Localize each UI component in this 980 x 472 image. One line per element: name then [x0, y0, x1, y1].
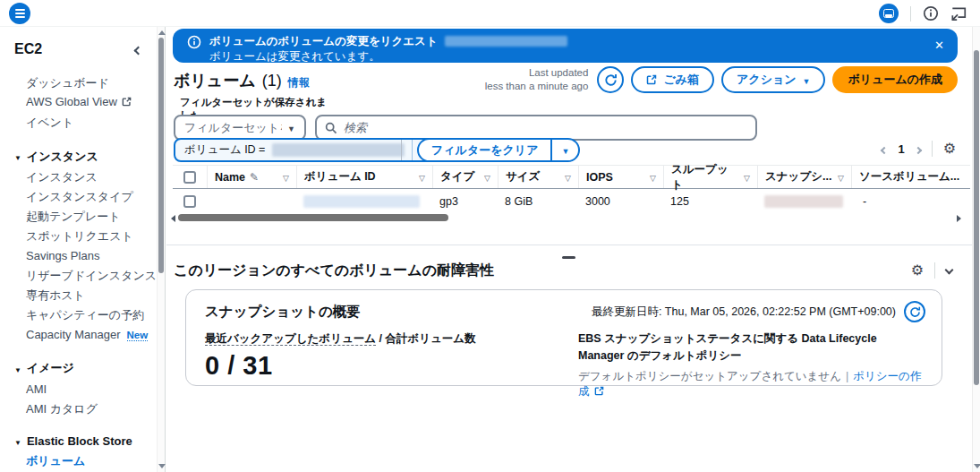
section-caret-icon	[14, 362, 21, 375]
card-refresh-button[interactable]	[904, 301, 925, 322]
search-input[interactable]	[344, 121, 747, 134]
refresh-button[interactable]	[597, 66, 624, 93]
sort-icon[interactable]	[565, 171, 571, 184]
row-checkbox[interactable]	[183, 195, 196, 208]
filter-set-select[interactable]: フィルターセットを...	[174, 115, 306, 141]
sidebar-scrollbar[interactable]	[157, 27, 165, 472]
redacted-volume-id	[303, 195, 420, 208]
sort-icon[interactable]	[419, 171, 425, 184]
actions-dropdown-button[interactable]: アクション	[721, 66, 825, 93]
scroll-up-icon[interactable]	[158, 30, 166, 35]
split-panel-resize-handle[interactable]	[562, 256, 575, 259]
sidebar-section-images[interactable]: イメージ	[14, 356, 145, 380]
sidebar-section-instances[interactable]: インスタンス	[14, 145, 145, 168]
column-header-iops[interactable]: IOPS	[578, 166, 663, 188]
sidebar-item-dashboard[interactable]: ダッシュボード	[14, 73, 158, 93]
sort-icon[interactable]	[283, 171, 289, 184]
recently-backed-up-link[interactable]: 最近バックアップしたボリューム	[205, 332, 376, 346]
filter-token-chip[interactable]: ボリューム ID =	[174, 138, 439, 162]
external-link-icon	[646, 74, 657, 85]
cell-iops: 3000	[578, 195, 663, 208]
info-icon[interactable]	[923, 5, 939, 21]
next-page-icon[interactable]	[916, 142, 921, 156]
divider	[932, 141, 933, 157]
card-title: スナップショットの概要	[205, 303, 476, 322]
close-icon[interactable]	[934, 39, 944, 52]
divider	[166, 245, 972, 245]
scroll-down-icon[interactable]	[974, 464, 980, 468]
split-panel-icon[interactable]	[879, 4, 899, 23]
sort-icon[interactable]	[650, 171, 656, 184]
column-header-size[interactable]: サイズ	[498, 166, 578, 188]
cell-snapshot	[757, 195, 851, 208]
info-link[interactable]: 情報	[288, 75, 310, 90]
sidebar-item-launch-templates[interactable]: 起動テンプレート	[14, 208, 158, 227]
external-link-icon	[594, 386, 604, 399]
refresh-icon	[604, 73, 618, 87]
sidebar-item-capacity-reservations[interactable]: キャパシティーの予約	[14, 305, 158, 325]
new-badge: New	[127, 330, 149, 341]
horizontal-scrollbar-thumb[interactable]	[178, 214, 448, 221]
sidebar-item-instances[interactable]: インスタンス	[14, 168, 158, 188]
sort-icon[interactable]	[838, 171, 844, 184]
page-scrollbar-thumb[interactable]	[974, 50, 979, 385]
scroll-left-icon[interactable]	[171, 215, 175, 222]
clear-filters-dropdown[interactable]	[550, 140, 578, 160]
sidebar-item-aws-global-view[interactable]: AWS Global View	[14, 93, 158, 114]
edit-pencil-icon[interactable]	[250, 171, 259, 184]
dlm-policy-title: EBS スナップショットステータスに関する Data Lifecycle Man…	[578, 330, 925, 365]
column-header-snapshot[interactable]: スナップシ...	[757, 166, 851, 188]
main-content: ボリュームのボリュームの変更をリクエスト ボリュームは変更されています。 ボリュ…	[166, 27, 972, 472]
column-header-volume-id[interactable]: ボリューム ID	[296, 166, 432, 188]
page-scrollbar[interactable]	[972, 27, 980, 472]
sidebar-scrollbar-thumb[interactable]	[158, 38, 164, 273]
sidebar-item-instance-types[interactable]: インスタンスタイプ	[14, 188, 158, 208]
sidebar-item-events[interactable]: イベント	[14, 114, 158, 133]
backup-ratio-value: 0 / 31	[205, 351, 476, 381]
sort-icon[interactable]	[484, 171, 490, 184]
page-number[interactable]: 1	[898, 142, 904, 156]
sidebar-item-savings-plans[interactable]: Savings Plans	[14, 247, 158, 267]
recycle-bin-button[interactable]: ごみ箱	[631, 66, 714, 93]
chevron-down-icon	[803, 73, 811, 87]
sidebar-section-elastic-block-store[interactable]: Elastic Block Store	[14, 431, 145, 451]
sidebar-item-spot-requests[interactable]: スポットリクエスト	[14, 227, 158, 247]
select-all-checkbox[interactable]	[183, 171, 196, 184]
clear-filters-button[interactable]: フィルターをクリア	[417, 138, 580, 162]
filter-chip-label: ボリューム ID =	[184, 142, 265, 158]
cell-source-volume: -	[851, 195, 970, 208]
sidebar-item-volumes[interactable]: ボリューム	[14, 451, 158, 471]
previous-page-icon[interactable]	[882, 142, 887, 156]
feedback-icon[interactable]	[950, 6, 967, 21]
page-title: ボリューム	[174, 70, 256, 91]
column-header-name[interactable]: Name	[207, 166, 296, 188]
table-settings-gear-icon[interactable]	[943, 142, 956, 156]
clear-filters-label[interactable]: フィルターをクリア	[419, 140, 550, 160]
scroll-down-icon[interactable]	[158, 464, 166, 468]
scroll-right-icon[interactable]	[957, 215, 961, 222]
column-header-type[interactable]: タイプ	[432, 166, 498, 188]
sidebar-item-capacity-manager[interactable]: Capacity ManagerNew	[14, 325, 158, 345]
panel-settings-gear-icon[interactable]	[911, 263, 924, 278]
create-volume-button[interactable]: ボリュームの作成	[832, 66, 958, 93]
sort-icon[interactable]	[744, 171, 750, 184]
table-row[interactable]: gp3 8 GiB 3000 125 -	[173, 189, 970, 213]
divider	[401, 140, 402, 160]
divider	[934, 262, 935, 279]
sidebar-item-ami[interactable]: AMI	[14, 380, 158, 399]
cell-type: gp3	[432, 195, 498, 208]
section-caret-icon	[14, 434, 21, 448]
sidebar-item-ami-catalog[interactable]: AMI カタログ	[14, 399, 158, 419]
hamburger-menu-icon[interactable]	[9, 3, 30, 24]
banner-message-line1: ボリュームのボリュームの変更をリクエスト	[209, 34, 438, 49]
panel-collapse-chevron-icon[interactable]	[946, 262, 952, 276]
column-header-throughput[interactable]: スループット	[663, 166, 757, 188]
column-header-source-volume[interactable]: ソースボリューム...	[851, 166, 970, 188]
sidebar-collapse-icon[interactable]	[133, 39, 143, 59]
sidebar-item-dedicated-hosts[interactable]: 専有ホスト	[14, 286, 158, 305]
cell-throughput: 125	[663, 195, 757, 208]
redacted-volume-id	[445, 36, 567, 47]
chevron-down-icon	[561, 143, 569, 157]
last-updated-text: Last updated less than a minute ago	[485, 66, 589, 93]
sidebar-item-reserved-instances[interactable]: リザーブドインスタンス	[14, 267, 158, 287]
